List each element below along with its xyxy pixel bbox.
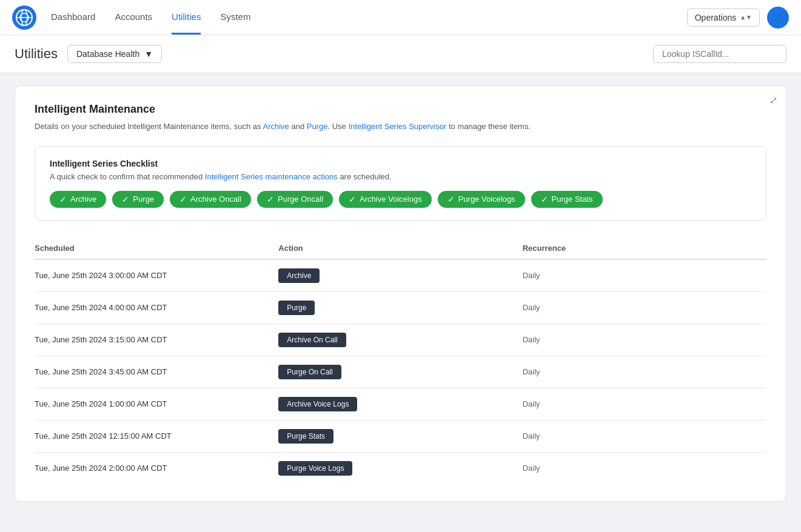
table-header: Scheduled Action Recurrence: [35, 238, 766, 260]
supervisor-link[interactable]: Intelligent Series Supervisor: [348, 122, 446, 131]
database-health-dropdown[interactable]: Database Health ▼: [67, 45, 162, 63]
table-row: Tue, June 25th 2024 3:15:00 AM CDT Archi…: [35, 324, 766, 356]
app-logo[interactable]: [12, 5, 36, 30]
checklist-desc: A quick check to confirm that recommende…: [50, 172, 751, 181]
badge-label: Archive Voicelogs: [360, 195, 422, 204]
check-icon: ✓: [122, 195, 129, 204]
nav-system[interactable]: System: [220, 1, 250, 35]
cell-scheduled: Tue, June 25th 2024 12:15:00 AM CDT: [35, 431, 278, 441]
cell-scheduled: Tue, June 25th 2024 3:15:00 AM CDT: [35, 335, 278, 344]
checklist-badge: ✓Purge Oncall: [257, 191, 333, 208]
col-action: Action: [278, 244, 522, 253]
checklist-badge: ✓Archive Voicelogs: [339, 191, 432, 208]
table-row: Tue, June 25th 2024 3:45:00 AM CDT Purge…: [35, 356, 766, 388]
chevron-down-icon: ▼: [144, 49, 153, 59]
cell-recurrence: Daily: [523, 367, 766, 376]
user-avatar[interactable]: 👤: [767, 7, 789, 28]
action-badge: Purge: [278, 301, 315, 315]
avatar-icon: 👤: [773, 13, 783, 22]
check-icon: ✓: [349, 195, 356, 204]
cell-recurrence: Daily: [523, 271, 766, 280]
badge-label: Purge Stats: [552, 195, 593, 204]
operations-label: Operations: [695, 13, 736, 22]
checklist-badge: ✓Purge Stats: [531, 191, 603, 208]
card-desc: Details on your scheduled Intelligent Ma…: [35, 121, 766, 133]
cell-action: Archive On Call: [278, 333, 522, 347]
table-row: Tue, June 25th 2024 12:15:00 AM CDT Purg…: [35, 421, 766, 453]
cell-action: Purge Stats: [278, 429, 522, 444]
checklist-badge: ✓Archive: [50, 191, 106, 208]
chevron-down-icon: ▲▼: [740, 14, 752, 21]
check-icon: ✓: [59, 195, 67, 204]
cell-recurrence: Daily: [523, 464, 766, 473]
lookup-input[interactable]: [653, 45, 786, 63]
cell-scheduled: Tue, June 25th 2024 3:00:00 AM CDT: [35, 271, 278, 280]
action-badge: Archive On Call: [278, 333, 346, 347]
cell-action: Purge: [278, 301, 522, 315]
cell-action: Archive: [278, 268, 522, 283]
badge-label: Purge: [133, 195, 154, 204]
action-badge: Purge Stats: [278, 429, 333, 444]
cell-scheduled: Tue, June 25th 2024 4:00:00 AM CDT: [35, 303, 278, 312]
cell-action: Purge On Call: [278, 365, 522, 379]
page-header: Utilities Database Health ▼: [0, 35, 801, 73]
checklist-badge: ✓Purge Voicelogs: [438, 191, 525, 208]
badge-label: Archive: [70, 195, 96, 204]
db-dropdown-label: Database Health: [76, 49, 139, 59]
cell-recurrence: Daily: [523, 399, 766, 408]
maintenance-table: Scheduled Action Recurrence Tue, June 25…: [35, 238, 766, 484]
card-title: Intelligent Maintenance: [35, 103, 766, 116]
badge-label: Archive Oncall: [190, 195, 241, 204]
page-header-left: Utilities Database Health ▼: [15, 45, 162, 63]
intelligent-maintenance-card: ⤢ Intelligent Maintenance Details on you…: [15, 85, 786, 502]
check-icon: ✓: [267, 195, 274, 204]
cell-action: Archive Voice Logs: [278, 397, 522, 411]
col-scheduled: Scheduled: [35, 244, 278, 253]
col-recurrence: Recurrence: [523, 244, 766, 253]
cell-recurrence: Daily: [523, 335, 766, 344]
nav-utilities[interactable]: Utilities: [172, 1, 201, 35]
expand-icon[interactable]: ⤢: [769, 95, 777, 106]
checklist-title: Intelligent Series Checklist: [50, 159, 751, 168]
action-badge: Purge Voice Logs: [278, 461, 352, 476]
topnav-right: Operations ▲▼ 👤: [687, 7, 789, 28]
cell-recurrence: Daily: [523, 431, 766, 441]
action-badge: Archive: [278, 268, 320, 283]
main-content: ⤢ Intelligent Maintenance Details on you…: [0, 73, 801, 514]
nav-links: Dashboard Accounts Utilities System: [51, 1, 687, 35]
table-row: Tue, June 25th 2024 3:00:00 AM CDT Archi…: [35, 260, 766, 292]
cell-recurrence: Daily: [523, 303, 766, 312]
badge-label: Purge Oncall: [278, 195, 323, 204]
nav-accounts[interactable]: Accounts: [115, 1, 152, 35]
checklist-badge: ✓Purge: [112, 191, 164, 208]
nav-dashboard[interactable]: Dashboard: [51, 1, 95, 35]
table-row: Tue, June 25th 2024 1:00:00 AM CDT Archi…: [35, 388, 766, 421]
cell-scheduled: Tue, June 25th 2024 1:00:00 AM CDT: [35, 399, 278, 408]
table-row: Tue, June 25th 2024 2:00:00 AM CDT Purge…: [35, 453, 766, 484]
cell-scheduled: Tue, June 25th 2024 2:00:00 AM CDT: [35, 464, 278, 473]
cell-action: Purge Voice Logs: [278, 461, 522, 476]
operations-dropdown[interactable]: Operations ▲▼: [687, 8, 760, 27]
badge-label: Purge Voicelogs: [458, 195, 515, 204]
action-badge: Purge On Call: [278, 365, 341, 379]
checklist-badges: ✓Archive✓Purge✓Archive Oncall✓Purge Onca…: [50, 191, 751, 208]
checklist-badge: ✓Archive Oncall: [170, 191, 251, 208]
maintenance-actions-link[interactable]: Intelligent Series maintenance actions: [205, 172, 338, 181]
checklist-box: Intelligent Series Checklist A quick che…: [35, 146, 766, 221]
check-icon: ✓: [541, 195, 548, 204]
check-icon: ✓: [179, 195, 187, 204]
check-icon: ✓: [447, 195, 455, 204]
action-badge: Archive Voice Logs: [278, 397, 357, 411]
table-row: Tue, June 25th 2024 4:00:00 AM CDT Purge…: [35, 292, 766, 324]
page-title: Utilities: [15, 46, 58, 62]
archive-link[interactable]: Archive: [263, 122, 289, 131]
purge-link[interactable]: Purge: [307, 122, 328, 131]
topnav: Dashboard Accounts Utilities System Oper…: [0, 0, 801, 35]
table-rows: Tue, June 25th 2024 3:00:00 AM CDT Archi…: [35, 260, 766, 484]
cell-scheduled: Tue, June 25th 2024 3:45:00 AM CDT: [35, 367, 278, 376]
